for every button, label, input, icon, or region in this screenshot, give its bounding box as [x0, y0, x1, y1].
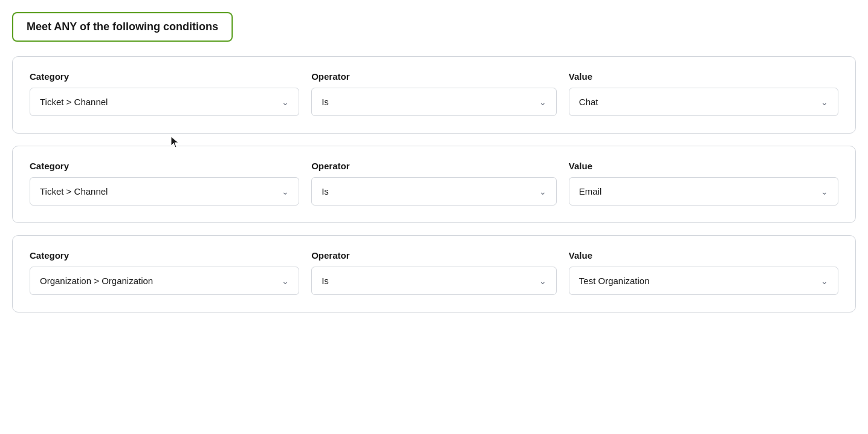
operator-select-1[interactable]: Is ⌄ — [311, 88, 557, 116]
value-select-1[interactable]: Chat ⌄ — [569, 88, 838, 116]
chevron-down-icon: ⌄ — [282, 187, 289, 196]
condition-toggle-button[interactable]: Meet ANY of the following conditions — [12, 12, 233, 42]
category-value-1: Ticket > Channel — [40, 97, 277, 107]
value-group-1: Value Chat ⌄ — [569, 71, 838, 116]
operator-value-2: Is — [322, 186, 534, 196]
value-label-2: Value — [569, 161, 838, 171]
value-select-2[interactable]: Email ⌄ — [569, 177, 838, 206]
value-label-3: Value — [569, 250, 838, 261]
category-group-1: Category Ticket > Channel ⌄ — [30, 71, 299, 116]
category-select-3[interactable]: Organization > Organization ⌄ — [30, 267, 299, 295]
value-select-3[interactable]: Test Organization ⌄ — [569, 267, 838, 295]
chevron-down-icon: ⌄ — [539, 187, 546, 196]
chevron-down-icon: ⌄ — [821, 97, 828, 107]
operator-value-3: Is — [322, 276, 534, 286]
condition-fields-1: Category Ticket > Channel ⌄ Operator Is … — [30, 71, 838, 116]
value-group-2: Value Email ⌄ — [569, 161, 838, 206]
operator-select-3[interactable]: Is ⌄ — [311, 267, 557, 295]
chevron-down-icon: ⌄ — [282, 276, 289, 286]
category-group-2: Category Ticket > Channel ⌄ — [30, 161, 299, 206]
category-label-1: Category — [30, 71, 299, 82]
value-value-2: Email — [579, 186, 816, 196]
category-group-3: Category Organization > Organization ⌄ — [30, 250, 299, 295]
operator-group-1: Operator Is ⌄ — [311, 71, 557, 116]
category-label-2: Category — [30, 161, 299, 171]
operator-label-2: Operator — [311, 161, 557, 171]
category-select-1[interactable]: Ticket > Channel ⌄ — [30, 88, 299, 116]
conditions-panel: Meet ANY of the following conditions Cat… — [12, 12, 856, 313]
condition-row-3: Category Organization > Organization ⌄ O… — [12, 235, 856, 313]
operator-group-3: Operator Is ⌄ — [311, 250, 557, 295]
category-select-2[interactable]: Ticket > Channel ⌄ — [30, 177, 299, 206]
condition-row-2: Category Ticket > Channel ⌄ Operator Is … — [12, 146, 856, 223]
condition-fields-2: Category Ticket > Channel ⌄ Operator Is … — [30, 161, 838, 206]
category-label-3: Category — [30, 250, 299, 261]
condition-fields-3: Category Organization > Organization ⌄ O… — [30, 250, 838, 295]
operator-label-1: Operator — [311, 71, 557, 82]
value-group-3: Value Test Organization ⌄ — [569, 250, 838, 295]
chevron-down-icon: ⌄ — [539, 276, 546, 286]
condition-row-1: Category Ticket > Channel ⌄ Operator Is … — [12, 56, 856, 134]
category-value-3: Organization > Organization — [40, 276, 277, 286]
value-label-1: Value — [569, 71, 838, 82]
chevron-down-icon: ⌄ — [539, 97, 546, 107]
operator-value-1: Is — [322, 97, 534, 107]
category-value-2: Ticket > Channel — [40, 186, 277, 196]
operator-select-2[interactable]: Is ⌄ — [311, 177, 557, 206]
chevron-down-icon: ⌄ — [821, 276, 828, 286]
value-value-3: Test Organization — [579, 276, 816, 286]
chevron-down-icon: ⌄ — [821, 187, 828, 196]
chevron-down-icon: ⌄ — [282, 97, 289, 107]
value-value-1: Chat — [579, 97, 816, 107]
operator-group-2: Operator Is ⌄ — [311, 161, 557, 206]
operator-label-3: Operator — [311, 250, 557, 261]
